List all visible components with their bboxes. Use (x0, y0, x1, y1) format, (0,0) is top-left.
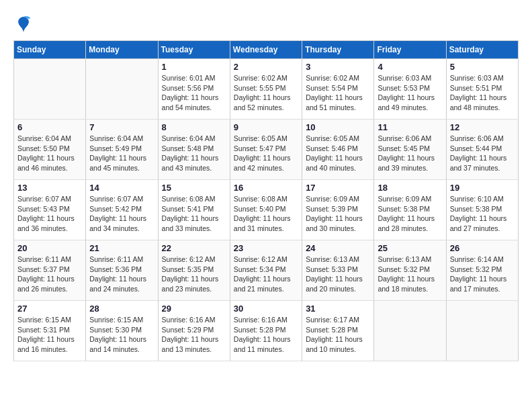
calendar-table: SundayMondayTuesdayWednesdayThursdayFrid… (13, 40, 519, 361)
calendar-day: 4Sunrise: 6:03 AMSunset: 5:53 PMDaylight… (374, 59, 446, 120)
calendar-day: 13Sunrise: 6:07 AMSunset: 5:43 PMDayligh… (14, 180, 86, 240)
day-info: Sunrise: 6:09 AMSunset: 5:39 PMDaylight:… (306, 194, 370, 234)
calendar-day: 30Sunrise: 6:16 AMSunset: 5:28 PMDayligh… (230, 301, 302, 361)
header-cell-thursday: Thursday (302, 41, 374, 59)
day-number: 20 (17, 243, 82, 253)
calendar-body: 1Sunrise: 6:01 AMSunset: 5:56 PMDaylight… (14, 59, 519, 361)
day-number: 19 (450, 183, 515, 193)
day-info: Sunrise: 6:02 AMSunset: 5:54 PMDaylight:… (306, 73, 370, 113)
logo (13, 13, 36, 34)
calendar-week-3: 20Sunrise: 6:11 AMSunset: 5:37 PMDayligh… (14, 240, 519, 301)
day-info: Sunrise: 6:14 AMSunset: 5:32 PMDaylight:… (450, 255, 515, 294)
day-info: Sunrise: 6:12 AMSunset: 5:35 PMDaylight:… (162, 255, 226, 294)
calendar-day: 18Sunrise: 6:09 AMSunset: 5:38 PMDayligh… (374, 180, 446, 240)
calendar-day (374, 301, 446, 361)
calendar-week-0: 1Sunrise: 6:01 AMSunset: 5:56 PMDaylight… (14, 59, 519, 120)
calendar-day: 8Sunrise: 6:04 AMSunset: 5:48 PMDaylight… (158, 120, 230, 180)
day-number: 1 (162, 62, 226, 72)
day-info: Sunrise: 6:16 AMSunset: 5:28 PMDaylight:… (234, 315, 298, 355)
calendar-day (14, 59, 86, 120)
calendar-day: 20Sunrise: 6:11 AMSunset: 5:37 PMDayligh… (14, 240, 86, 301)
day-info: Sunrise: 6:06 AMSunset: 5:44 PMDaylight:… (450, 134, 515, 173)
day-number: 6 (17, 122, 82, 132)
day-number: 7 (89, 122, 154, 132)
calendar-day: 15Sunrise: 6:08 AMSunset: 5:41 PMDayligh… (158, 180, 230, 240)
calendar-day: 24Sunrise: 6:13 AMSunset: 5:33 PMDayligh… (302, 240, 374, 301)
day-number: 8 (162, 122, 226, 132)
day-info: Sunrise: 6:02 AMSunset: 5:55 PMDaylight:… (234, 73, 298, 113)
day-info: Sunrise: 6:04 AMSunset: 5:48 PMDaylight:… (162, 134, 226, 173)
day-number: 14 (89, 183, 154, 193)
day-number: 3 (306, 62, 370, 72)
calendar-day: 14Sunrise: 6:07 AMSunset: 5:42 PMDayligh… (86, 180, 158, 240)
header-cell-tuesday: Tuesday (158, 41, 230, 59)
calendar-day: 27Sunrise: 6:15 AMSunset: 5:31 PMDayligh… (14, 301, 86, 361)
header-cell-monday: Monday (86, 41, 158, 59)
calendar-day: 28Sunrise: 6:15 AMSunset: 5:30 PMDayligh… (86, 301, 158, 361)
day-info: Sunrise: 6:17 AMSunset: 5:28 PMDaylight:… (306, 315, 370, 355)
day-info: Sunrise: 6:07 AMSunset: 5:42 PMDaylight:… (89, 194, 154, 234)
calendar-day: 12Sunrise: 6:06 AMSunset: 5:44 PMDayligh… (446, 120, 518, 180)
calendar-day: 1Sunrise: 6:01 AMSunset: 5:56 PMDaylight… (158, 59, 230, 120)
day-number: 10 (306, 122, 370, 132)
day-number: 4 (378, 62, 442, 72)
day-info: Sunrise: 6:06 AMSunset: 5:45 PMDaylight:… (378, 134, 442, 173)
day-info: Sunrise: 6:11 AMSunset: 5:36 PMDaylight:… (89, 255, 154, 294)
calendar-day (446, 301, 518, 361)
calendar-header: SundayMondayTuesdayWednesdayThursdayFrid… (14, 41, 519, 59)
calendar-week-4: 27Sunrise: 6:15 AMSunset: 5:31 PMDayligh… (14, 301, 519, 361)
day-number: 28 (89, 304, 154, 314)
day-number: 15 (162, 183, 226, 193)
day-number: 18 (378, 183, 442, 193)
day-number: 12 (450, 122, 515, 132)
day-number: 17 (306, 183, 370, 193)
day-info: Sunrise: 6:11 AMSunset: 5:37 PMDaylight:… (17, 255, 82, 294)
day-info: Sunrise: 6:03 AMSunset: 5:51 PMDaylight:… (450, 73, 515, 113)
calendar-day: 9Sunrise: 6:05 AMSunset: 5:47 PMDaylight… (230, 120, 302, 180)
calendar-day: 31Sunrise: 6:17 AMSunset: 5:28 PMDayligh… (302, 301, 374, 361)
header-cell-saturday: Saturday (446, 41, 518, 59)
day-info: Sunrise: 6:15 AMSunset: 5:31 PMDaylight:… (17, 315, 82, 355)
day-number: 22 (162, 243, 226, 253)
page-header (13, 13, 519, 34)
calendar-day: 6Sunrise: 6:04 AMSunset: 5:50 PMDaylight… (14, 120, 86, 180)
day-number: 5 (450, 62, 515, 72)
calendar-day: 19Sunrise: 6:10 AMSunset: 5:38 PMDayligh… (446, 180, 518, 240)
logo-icon (13, 13, 34, 34)
day-number: 29 (162, 304, 226, 314)
calendar-day: 17Sunrise: 6:09 AMSunset: 5:39 PMDayligh… (302, 180, 374, 240)
calendar-day: 7Sunrise: 6:04 AMSunset: 5:49 PMDaylight… (86, 120, 158, 180)
day-info: Sunrise: 6:08 AMSunset: 5:41 PMDaylight:… (162, 194, 226, 234)
calendar-day: 21Sunrise: 6:11 AMSunset: 5:36 PMDayligh… (86, 240, 158, 301)
day-number: 25 (378, 243, 442, 253)
calendar-day: 26Sunrise: 6:14 AMSunset: 5:32 PMDayligh… (446, 240, 518, 301)
day-number: 26 (450, 243, 515, 253)
header-cell-wednesday: Wednesday (230, 41, 302, 59)
day-number: 24 (306, 243, 370, 253)
day-info: Sunrise: 6:05 AMSunset: 5:47 PMDaylight:… (234, 134, 298, 173)
day-info: Sunrise: 6:04 AMSunset: 5:50 PMDaylight:… (17, 134, 82, 173)
calendar-day: 10Sunrise: 6:05 AMSunset: 5:46 PMDayligh… (302, 120, 374, 180)
day-info: Sunrise: 6:03 AMSunset: 5:53 PMDaylight:… (378, 73, 442, 113)
day-number: 13 (17, 183, 82, 193)
calendar-day: 16Sunrise: 6:08 AMSunset: 5:40 PMDayligh… (230, 180, 302, 240)
day-number: 2 (234, 62, 298, 72)
day-info: Sunrise: 6:16 AMSunset: 5:29 PMDaylight:… (162, 315, 226, 355)
day-number: 11 (378, 122, 442, 132)
calendar-day: 25Sunrise: 6:13 AMSunset: 5:32 PMDayligh… (374, 240, 446, 301)
calendar-day: 23Sunrise: 6:12 AMSunset: 5:34 PMDayligh… (230, 240, 302, 301)
calendar-day: 5Sunrise: 6:03 AMSunset: 5:51 PMDaylight… (446, 59, 518, 120)
day-info: Sunrise: 6:12 AMSunset: 5:34 PMDaylight:… (234, 255, 298, 294)
day-info: Sunrise: 6:10 AMSunset: 5:38 PMDaylight:… (450, 194, 515, 234)
day-info: Sunrise: 6:13 AMSunset: 5:33 PMDaylight:… (306, 255, 370, 294)
day-number: 30 (234, 304, 298, 314)
calendar-day: 11Sunrise: 6:06 AMSunset: 5:45 PMDayligh… (374, 120, 446, 180)
day-number: 9 (234, 122, 298, 132)
header-cell-friday: Friday (374, 41, 446, 59)
day-number: 31 (306, 304, 370, 314)
day-info: Sunrise: 6:05 AMSunset: 5:46 PMDaylight:… (306, 134, 370, 173)
day-info: Sunrise: 6:08 AMSunset: 5:40 PMDaylight:… (234, 194, 298, 234)
calendar-day: 29Sunrise: 6:16 AMSunset: 5:29 PMDayligh… (158, 301, 230, 361)
day-number: 21 (89, 243, 154, 253)
calendar-week-2: 13Sunrise: 6:07 AMSunset: 5:43 PMDayligh… (14, 180, 519, 240)
